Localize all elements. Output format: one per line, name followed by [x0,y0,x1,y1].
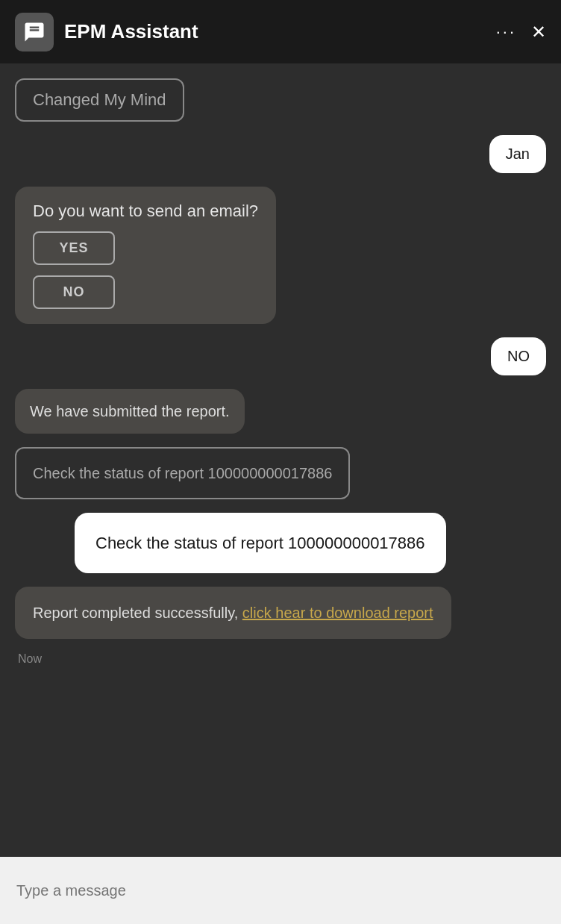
submitted-report-text: We have submitted the report. [30,403,230,419]
report-completed-text: Report completed successfully, click hea… [33,605,433,621]
chat-messages: Changed My Mind Jan Do you want to send … [0,63,561,857]
message-input-area [0,857,561,924]
email-prompt-bubble: Do you want to send an email? YES NO [15,187,276,324]
changed-my-mind-text: Changed My Mind [33,90,166,109]
user-jan-text: Jan [506,146,530,162]
report-completed-prefix: Report completed successfully, [33,605,242,621]
chat-app-icon [15,13,54,51]
close-button[interactable]: ✕ [531,22,546,43]
check-status-outlined-bubble: Check the status of report 1000000000178… [15,447,350,499]
submitted-report-bubble: We have submitted the report. [15,389,245,434]
more-options-button[interactable]: ··· [496,22,516,42]
user-no-text: NO [507,348,530,364]
no-button[interactable]: NO [33,275,115,309]
yes-button[interactable]: YES [33,231,115,265]
message-input[interactable] [16,882,545,899]
changed-my-mind-bubble: Changed My Mind [15,78,184,122]
check-status-white-card: Check the status of report 1000000000178… [75,513,446,573]
email-prompt-question: Do you want to send an email? [33,202,258,221]
user-bubble-jan: Jan [489,135,546,173]
download-report-link[interactable]: click hear to download report [242,605,433,621]
header-actions: ··· ✕ [496,22,546,43]
header-title: EPM Assistant [64,20,496,43]
check-status-white-text: Check the status of report 1000000000178… [95,534,425,552]
message-timestamp: Now [15,652,42,666]
check-status-outlined-text: Check the status of report 1000000000178… [33,465,332,481]
user-bubble-no: NO [491,337,546,375]
report-completed-bubble: Report completed successfully, click hea… [15,587,451,639]
chat-header: EPM Assistant ··· ✕ [0,0,561,63]
